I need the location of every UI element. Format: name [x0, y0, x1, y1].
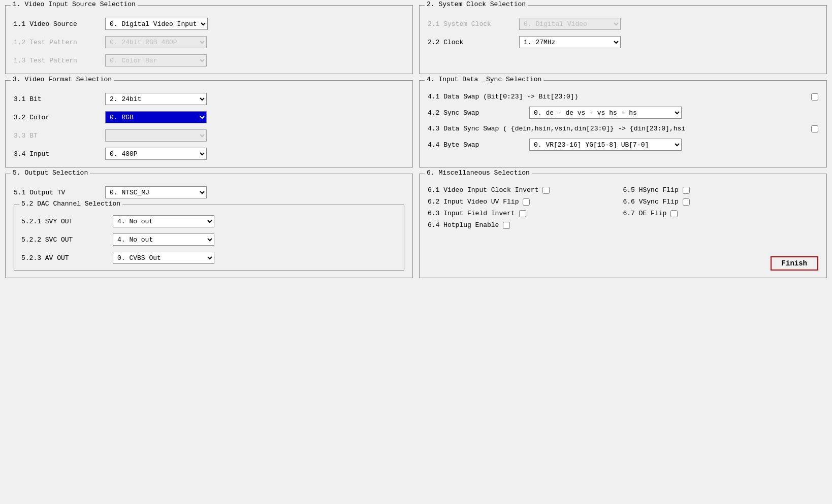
section2-row2-label: 2.2 Clock: [428, 39, 519, 46]
section4-panel: 4. Input Data _Sync Selection 4.1 Data S…: [419, 80, 827, 167]
section1-row3: 1.3 Test Pattern 0. Color Bar: [14, 54, 404, 66]
section3-row1-label: 3.1 Bit: [14, 95, 105, 103]
section6-row6-label: 6.6 VSync Flip: [623, 198, 679, 206]
section3-color-select[interactable]: 0. RGB 1. YCbCr: [105, 111, 207, 123]
section6-de-flip-checkbox[interactable]: [670, 210, 678, 217]
section5-sub-panel: 5.2 DAC Channel Selection 5.2.1 SVY OUT …: [14, 205, 404, 271]
section5-output-tv-select[interactable]: 0. NTSC_MJ 1. PAL_BGH: [105, 186, 207, 198]
section2-title: 2. System Clock Selection: [425, 1, 528, 8]
section4-row3: 4.3 Data Sync Swap ( {dein,hsin,vsin,din…: [428, 125, 818, 132]
section3-row4: 3.4 Input 0. 480P 1. 720P 2. 1080P: [14, 148, 404, 160]
section1-video-source-select[interactable]: 0. Digital Video Input 1. Test Pattern: [105, 18, 208, 30]
section6-panel: 6. Miscellaneous Selection 6.1 Video Inp…: [419, 174, 827, 278]
section6-row4: 6.4 Hotplug Enable: [428, 221, 623, 229]
section5-sub-row3: 5.2.3 AV OUT 0. CVBS Out 1. Option 1: [21, 252, 397, 264]
section5-row1: 5.1 Output TV 0. NTSC_MJ 1. PAL_BGH: [14, 186, 404, 198]
section3-panel: 3. Video Format Selection 3.1 Bit 0. 8bi…: [5, 80, 413, 167]
section6-input-video-uv-flip-checkbox[interactable]: [523, 198, 530, 206]
section1-row2-label: 1.2 Test Pattern: [14, 39, 105, 46]
section2-row1-label: 2.1 System Clock: [428, 20, 519, 28]
section3-row3: 3.3 BT: [14, 129, 404, 142]
section6-row7-label: 6.7 DE Flip: [623, 210, 667, 217]
section6-hsync-flip-checkbox[interactable]: [683, 187, 690, 194]
section4-data-sync-swap-checkbox[interactable]: [811, 125, 818, 132]
section4-row2: 4.2 Sync Swap 0. de - de vs - vs hs - hs…: [428, 107, 818, 119]
section5-sub-row1: 5.2.1 SVY OUT 0. Option 0 1. Option 1 4.…: [21, 215, 397, 227]
section1-row3-label: 1.3 Test Pattern: [14, 57, 105, 64]
finish-button[interactable]: Finish: [771, 256, 818, 271]
section5-sub-row1-label: 5.2.1 SVY OUT: [21, 218, 113, 225]
section4-row2-label: 4.2 Sync Swap: [428, 109, 529, 117]
section6-vsync-flip-checkbox[interactable]: [683, 198, 690, 206]
section1-panel: 1. Video Input Source Selection 1.1 Vide…: [5, 5, 413, 74]
section6-row2-label: 6.2 Input Video UV Flip: [428, 198, 519, 206]
section1-test-pattern2-select[interactable]: 0. Color Bar: [105, 54, 207, 66]
section1-row1: 1.1 Video Source 0. Digital Video Input …: [14, 18, 404, 30]
section3-bit-select[interactable]: 0. 8bit 1. 16bit 2. 24bit: [105, 93, 207, 105]
section5-svc-out-select[interactable]: 0. Option 0 1. Option 1 4. No out: [113, 233, 214, 246]
section3-row2-label: 3.2 Color: [14, 114, 105, 121]
section6-hotplug-enable-checkbox[interactable]: [503, 222, 510, 229]
section6-row2: 6.2 Input Video UV Flip: [428, 198, 623, 206]
section4-data-swap-checkbox[interactable]: [811, 93, 818, 100]
section5-av-out-select[interactable]: 0. CVBS Out 1. Option 1: [113, 252, 214, 264]
section5-sub-row2: 5.2.2 SVC OUT 0. Option 0 1. Option 1 4.…: [21, 233, 397, 246]
section5-panel: 5. Output Selection 5.1 Output TV 0. NTS…: [5, 174, 413, 278]
section6-input-field-invert-checkbox[interactable]: [519, 210, 526, 217]
section6-row7: 6.7 DE Flip: [623, 210, 819, 217]
section5-row1-label: 5.1 Output TV: [14, 189, 105, 196]
section1-row2: 1.2 Test Pattern 0. 24bit RGB 480P: [14, 36, 404, 48]
section6-row3-label: 6.3 Input Field Invert: [428, 210, 515, 217]
section2-system-clock-select[interactable]: 0. Digital Video: [519, 18, 621, 30]
section3-row3-label: 3.3 BT: [14, 132, 105, 140]
section2-clock-select[interactable]: 0. 24MHz 1. 27MHz 2. 148.5MHz: [519, 36, 621, 48]
section5-svy-out-select[interactable]: 0. Option 0 1. Option 1 4. No out: [113, 215, 214, 227]
section5-sub-row2-label: 5.2.2 SVC OUT: [21, 236, 113, 244]
section4-title: 4. Input Data _Sync Selection: [425, 76, 543, 83]
section4-byte-swap-select[interactable]: 0. VR[23-16] YG[15-8] UB[7-0] 1. Option …: [529, 139, 682, 151]
section3-row4-label: 3.4 Input: [14, 150, 105, 158]
section2-row1: 2.1 System Clock 0. Digital Video: [428, 18, 818, 30]
section6-row4-label: 6.4 Hotplug Enable: [428, 221, 499, 229]
section5-sub-title: 5.2 DAC Channel Selection: [19, 200, 122, 208]
section6-row1: 6.1 Video Input Clock Invert: [428, 186, 623, 194]
section1-title: 1. Video Input Source Selection: [11, 1, 138, 8]
section2-panel: 2. System Clock Selection 2.1 System Clo…: [419, 5, 827, 74]
section5-title: 5. Output Selection: [11, 169, 90, 177]
section4-row4-label: 4.4 Byte Swap: [428, 141, 529, 149]
section3-row1: 3.1 Bit 0. 8bit 1. 16bit 2. 24bit: [14, 93, 404, 105]
section4-row1-label: 4.1 Data Swap (Bit[0:23] -> Bit[23:0]): [428, 93, 811, 100]
section1-row1-label: 1.1 Video Source: [14, 20, 105, 28]
section6-row6: 6.6 VSync Flip: [623, 198, 819, 206]
section6-title: 6. Miscellaneous Selection: [425, 169, 532, 177]
section1-test-pattern1-select[interactable]: 0. 24bit RGB 480P: [105, 36, 207, 48]
section6-row1-label: 6.1 Video Input Clock Invert: [428, 186, 538, 194]
section3-input-select[interactable]: 0. 480P 1. 720P 2. 1080P: [105, 148, 207, 160]
section6-row3: 6.3 Input Field Invert: [428, 210, 623, 217]
section4-sync-swap-select[interactable]: 0. de - de vs - vs hs - hs 1. Option B: [529, 107, 682, 119]
section4-row3-label: 4.3 Data Sync Swap ( {dein,hsin,vsin,din…: [428, 125, 809, 132]
section3-title: 3. Video Format Selection: [11, 76, 114, 83]
section3-row2: 3.2 Color 0. RGB 1. YCbCr: [14, 111, 404, 123]
section4-row4: 4.4 Byte Swap 0. VR[23-16] YG[15-8] UB[7…: [428, 139, 818, 151]
section2-row2: 2.2 Clock 0. 24MHz 1. 27MHz 2. 148.5MHz: [428, 36, 818, 48]
section6-row5: 6.5 HSync Flip: [623, 186, 819, 194]
section6-video-input-clock-invert-checkbox[interactable]: [542, 187, 550, 194]
section3-bt-select[interactable]: [105, 129, 207, 142]
section6-row5-label: 6.5 HSync Flip: [623, 186, 679, 194]
section4-row1: 4.1 Data Swap (Bit[0:23] -> Bit[23:0]): [428, 93, 818, 100]
section5-sub-row3-label: 5.2.3 AV OUT: [21, 254, 113, 262]
